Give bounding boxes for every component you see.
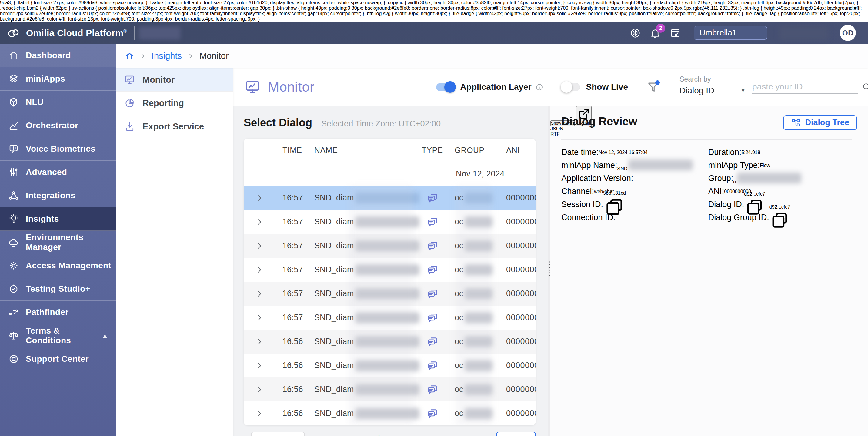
submenu-item-reporting[interactable]: Reporting — [116, 92, 233, 115]
table-row[interactable]: 16:56 SND_diam oc 000000000 — [244, 329, 536, 353]
chat-bubbles-icon[interactable] — [420, 239, 445, 252]
home-icon — [8, 50, 19, 61]
table-row[interactable]: 16:57 SND_diam oc 000000000 — [244, 282, 536, 306]
chevron-right-icon[interactable] — [255, 266, 264, 274]
table-row[interactable]: 16:57 SND_diam oc 000000000 — [244, 258, 536, 282]
table-row[interactable]: 16:57 SND_diam oc 000000000 — [244, 306, 536, 329]
primary-sidebar: Dashboard miniApps NLU Orchestrator Voic… — [0, 44, 116, 436]
id-search-input[interactable] — [752, 82, 862, 92]
notifications-bell-icon[interactable]: 2 — [650, 27, 661, 39]
cell-ani: 000000000 — [504, 409, 536, 418]
chat-bubbles-icon[interactable] — [420, 383, 445, 396]
chevron-right-icon[interactable] — [255, 194, 264, 202]
field-row: Duration: 5:24.918 — [708, 146, 851, 159]
sidebar-item-label: Terms & Conditions — [26, 326, 97, 345]
sidebar-item-label: Orchestrator — [26, 121, 78, 130]
dialog-tree-button[interactable]: Dialog Tree — [783, 115, 857, 130]
table-row[interactable]: 16:56 SND_diam oc 000000000 — [244, 377, 536, 401]
table-row[interactable]: 16:57 SND_diam oc 000000000 — [244, 210, 536, 234]
sidebar-item-environments-manager[interactable]: Environments Manager — [0, 231, 116, 254]
redacted-name — [355, 312, 420, 323]
submenu-item-export-service[interactable]: Export Service — [116, 115, 233, 138]
divider — [553, 78, 553, 96]
sidebar-item-advanced[interactable]: Advanced — [0, 161, 116, 184]
cell-group: oc — [445, 240, 504, 251]
next-page-button[interactable]: Next — [496, 432, 536, 436]
submenu-item-monitor[interactable]: Monitor — [116, 68, 233, 92]
table-row[interactable]: 16:57 SND_diam oc 000000000 — [244, 234, 536, 258]
chevron-right-icon[interactable] — [255, 314, 264, 322]
sidebar-item-voice-biometrics[interactable]: Voice Biometrics — [0, 137, 116, 161]
previous-page-button[interactable]: Previous — [251, 432, 305, 436]
application-layer-toggle[interactable] — [436, 83, 454, 91]
search-type-select[interactable]: Dialog ID ▼ — [680, 86, 746, 99]
chevron-right-icon[interactable] — [255, 242, 264, 250]
chat-bubbles-icon[interactable] — [420, 407, 445, 420]
cell-group: oc — [445, 264, 504, 275]
sidebar-item-testing-studio[interactable]: Testing Studio+ — [0, 278, 116, 301]
info-icon[interactable] — [535, 83, 544, 91]
insights-submenu: Monitor Reporting Export Service « — [116, 68, 233, 436]
field-label: Application Version: — [561, 174, 633, 183]
field-value: 5:24.918 — [741, 150, 760, 155]
redacted-value — [628, 159, 693, 170]
redacted-name — [355, 216, 420, 227]
table-row[interactable]: 16:57 SND_diam oc 000000000 — [244, 186, 536, 210]
breadcrumb-current: Monitor — [199, 51, 229, 61]
dialog-review-panel: Dialog Review Dialog Tree Date time: Nov… — [550, 106, 868, 436]
show-live-toggle[interactable] — [562, 83, 580, 91]
cell-group: oc — [445, 360, 504, 371]
chevron-right-icon[interactable] — [255, 218, 264, 226]
select-dialog-section: Select Dialog Selected Time Zone: UTC+02… — [233, 106, 548, 436]
review-fields: Date time: Nov 12, 2024 16:57:04 miniApp… — [561, 146, 851, 224]
chat-bubbles-icon[interactable] — [420, 192, 445, 204]
table-row[interactable]: 16:56 SND_diam oc 000000000 — [244, 401, 536, 426]
field-row: Channel: web-chat — [561, 185, 701, 198]
sidebar-item-insights[interactable]: Insights — [0, 207, 116, 231]
sidebar-item-access-management[interactable]: Access Management — [0, 254, 116, 278]
brightness-icon[interactable] — [629, 27, 641, 39]
chat-bubbles-icon[interactable] — [420, 335, 445, 348]
home-icon[interactable] — [125, 52, 134, 61]
compose-note-icon[interactable] — [670, 27, 681, 39]
panel-resize-handle[interactable] — [548, 106, 550, 436]
redacted-name — [355, 240, 420, 251]
org-selector[interactable]: Umbrella1 — [694, 26, 767, 40]
sidebar-item-terms-conditions[interactable]: Terms & Conditions ▴ — [0, 324, 116, 347]
chat-bubbles-icon[interactable] — [420, 311, 445, 324]
search-type-value: Dialog ID — [680, 86, 714, 95]
chat-bubbles-icon[interactable] — [420, 263, 445, 276]
breadcrumb-insights-link[interactable]: Insights — [152, 51, 182, 61]
copy-icon[interactable] — [769, 210, 790, 231]
sidebar-item-miniapps[interactable]: miniApps — [0, 67, 116, 91]
cell-time: 16:56 — [275, 409, 309, 418]
chevron-right-icon[interactable] — [255, 361, 264, 370]
sidebar-item-pathfinder[interactable]: Pathfinder — [0, 301, 116, 324]
filter-icon[interactable] — [647, 80, 660, 94]
chat-bubbles-icon[interactable] — [420, 287, 445, 300]
drag-handle-icon — [549, 261, 550, 276]
sidebar-item-dashboard[interactable]: Dashboard — [0, 44, 116, 67]
chat-bubbles-icon[interactable] — [420, 359, 445, 372]
redacted-name — [355, 264, 420, 275]
redacted-name — [355, 193, 420, 203]
field-row: miniApp Type: Flow — [708, 159, 851, 172]
cell-ani: 000000000 — [504, 265, 536, 274]
cell-ani: 000000000 — [504, 385, 536, 394]
cell-ani: 000000000 — [504, 217, 536, 227]
sidebar-item-nlu[interactable]: NLU — [0, 91, 116, 114]
sidebar-item-support-center[interactable]: Support Center — [0, 347, 116, 371]
chevron-right-icon[interactable] — [255, 385, 264, 394]
page-size-select[interactable]: 10 / page ▼ — [353, 432, 426, 436]
chevron-right-icon[interactable] — [255, 409, 264, 418]
sidebar-item-orchestrator[interactable]: Orchestrator — [0, 114, 116, 137]
table-row[interactable]: 16:56 SND_diam oc 000000000 — [244, 353, 536, 377]
chevron-right-icon[interactable] — [255, 338, 264, 346]
search-icon[interactable] — [862, 82, 868, 92]
rtf-file-icon[interactable]: RTF — [550, 132, 868, 137]
redacted-navbar-text — [139, 26, 181, 40]
sidebar-item-integrations[interactable]: Integrations — [0, 184, 116, 207]
chat-bubbles-icon[interactable] — [420, 215, 445, 228]
chevron-right-icon[interactable] — [255, 290, 264, 298]
avatar[interactable]: OD — [840, 25, 856, 41]
